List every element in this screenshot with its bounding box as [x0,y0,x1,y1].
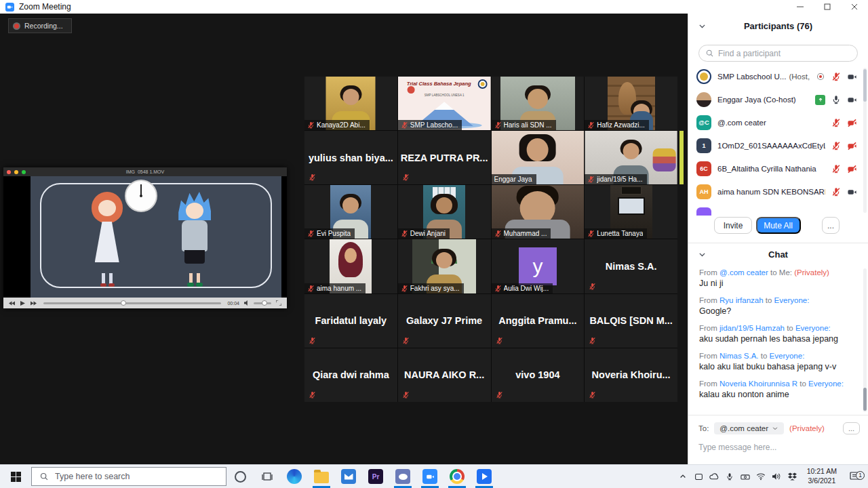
mic-muted-icon[interactable] [831,164,841,174]
mic-muted-icon[interactable] [831,141,841,150]
chat-more-button[interactable]: ... [843,422,860,434]
collapse-participants-icon[interactable] [698,22,707,30]
task-view-button[interactable] [254,465,281,488]
dropbox-icon[interactable] [786,472,799,481]
mac-close-button[interactable] [7,170,11,174]
video-tile-enggar-active-speaker[interactable]: Enggar Jaya [492,131,585,184]
video-tile-dewi[interactable]: Dewi Anjani [398,185,491,239]
microphone-tray-icon[interactable] [724,472,736,481]
video-tile-slide[interactable]: Trial Class Bahasa Jepang SMP LABSCHOOL … [398,77,491,130]
participant-row-cohost[interactable]: Enggar Jaya (Co-host) [688,88,861,111]
video-tile-lunetta[interactable]: Lunetta Tanaya [585,185,677,239]
video-tile-muhammad[interactable]: Muhammad ... [492,185,585,239]
tray-app-icon[interactable] [692,472,705,481]
fullscreen-button[interactable] [275,300,282,306]
premiere-button[interactable]: Pr [362,465,389,488]
volume-icon[interactable] [770,472,783,481]
video-tile-jidan[interactable]: jidan/19/5 Ha... [585,131,677,184]
name-tile-qiara[interactable]: Qiara dwi rahma [304,348,397,402]
name-tile-faridatul[interactable]: Faridatul layaly [304,294,397,348]
chat-scrollbar[interactable] [863,268,867,412]
name-tile-anggita[interactable]: Anggita Pramu... [492,294,585,348]
camera-off-icon[interactable] [847,164,857,174]
media-player-titlebar[interactable]: IMG_0548 1.MOV [3,167,287,176]
name-tile-vivo[interactable]: vivo 1904 [492,348,585,402]
taskbar-search-input[interactable] [55,472,218,481]
folder-icon [314,472,329,483]
chrome-button[interactable] [443,465,471,488]
participant-row[interactable]: 1 1OmD2_601SAAAAAAxCdEtyLVd... [688,134,861,157]
video-tile-kanaya[interactable]: Kanaya2D Abi... [304,77,397,130]
camera-on-icon[interactable] [847,72,857,82]
mic-muted-icon [401,121,408,129]
name-tile-nimas[interactable]: Nimas S.A. [585,239,677,293]
forward-button[interactable] [30,300,37,306]
seek-slider[interactable] [43,302,221,304]
name-tile-naura[interactable]: NAURA AIKO R... [398,348,491,402]
video-tile-hafiz[interactable]: Hafiz Azwadzi... [585,77,677,130]
invite-button[interactable]: Invite [714,217,752,234]
play-button[interactable] [19,300,26,306]
cortana-button[interactable] [226,465,254,488]
name-tile-balqis[interactable]: BALQIS [SDN M... [585,294,677,348]
name-tile-yulius[interactable]: yulius shan biya... [304,131,397,184]
video-tile-fakhri[interactable]: Fakhri asy sya... [398,239,491,293]
mail-button[interactable] [335,465,362,488]
mic-muted-icon[interactable] [831,118,841,127]
media-player-window[interactable]: IMG_0548 1.MOV [3,167,287,308]
action-center-button[interactable]: 1 [845,472,865,482]
recording-indicator[interactable]: Recording... [8,18,72,33]
chat-messages[interactable]: From @.com ceater to Me: (Privately) Ju … [699,268,857,413]
privately-label: (Privately) [789,424,825,432]
chat-message-input[interactable] [698,443,858,452]
mic-muted-icon[interactable] [831,187,841,197]
maximize-button[interactable] [814,0,841,14]
participants-more-button[interactable]: ... [822,217,840,234]
mic-on-icon[interactable] [831,95,841,104]
edge-button[interactable] [281,465,308,488]
volume-icon[interactable] [243,300,250,306]
name-tile-noveria[interactable]: Noveria Khoiru... [585,348,677,402]
camera-off-icon[interactable] [847,118,857,128]
participant-row-host[interactable]: SMP Labschool U...(Host, me) [688,65,861,88]
avatar-tile-aulia[interactable]: y Aulia Dwi Wij... [492,239,585,293]
name-tile-reza[interactable]: REZA PUTRA PR... [398,131,491,184]
taskbar-clock[interactable]: 10:21 AM 3/6/2021 [802,467,842,485]
participants-scrollbar[interactable] [863,68,867,213]
video-tile-aima[interactable]: aima hanum ... [304,239,397,293]
camera-on-icon[interactable] [847,95,857,105]
start-button[interactable] [0,465,31,488]
mac-zoom-button[interactable] [22,170,26,174]
volume-slider[interactable] [254,302,271,304]
participant-row-partial[interactable] [688,203,861,216]
onedrive-cloud-icon[interactable] [708,472,721,481]
seek-knob[interactable] [121,300,126,306]
close-button[interactable] [841,0,868,14]
recording-dot-icon [14,24,19,28]
video-tile-haris[interactable]: Haris ali SDN ... [492,77,585,130]
search-input[interactable] [718,49,851,58]
mute-all-button[interactable]: Mute All [756,217,801,234]
name-tile-galaxy[interactable]: Galaxy J7 Prime [398,294,491,348]
collapse-chat-icon[interactable] [698,250,707,259]
taskbar-search[interactable] [31,467,226,486]
device-tray-icon[interactable] [739,473,752,481]
recipient-dropdown[interactable]: @.com ceater [714,422,784,434]
tray-expand-chevron-icon[interactable] [677,472,690,481]
video-tile-evi[interactable]: Evi Puspita [304,185,397,239]
mac-minimize-button[interactable] [14,170,18,174]
wifi-icon[interactable] [755,472,768,481]
participant-row[interactable]: AH aima hanum SDN KEBONSARI 1 [688,180,861,203]
minimize-button[interactable] [787,0,814,14]
mic-muted-icon[interactable] [831,72,841,81]
participant-row[interactable]: 6C 6B_Altalitha Cyrilla Nathania [688,157,861,180]
participant-row[interactable]: @C @.com ceater [688,111,861,134]
camera-on-icon[interactable] [847,187,857,197]
movies-tv-button[interactable] [471,465,498,488]
camera-off-icon[interactable] [847,141,857,151]
discord-button[interactable] [389,465,416,488]
zoom-taskbar-button[interactable] [416,465,443,488]
participant-search[interactable] [698,45,858,62]
rewind-button[interactable] [8,300,16,306]
file-explorer-button[interactable] [308,465,335,488]
